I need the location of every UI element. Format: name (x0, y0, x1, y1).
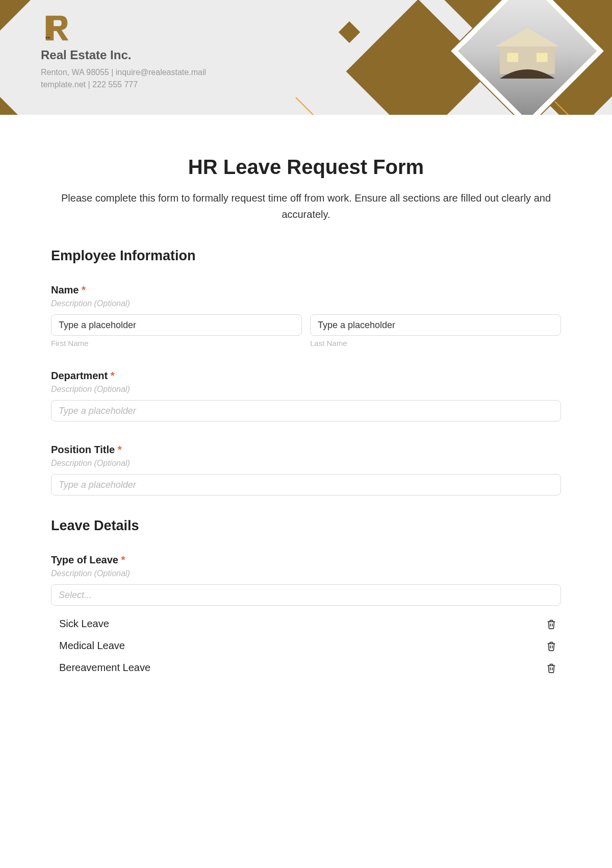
first-name-sublabel: First Name (51, 339, 302, 348)
svg-rect-1 (48, 37, 50, 38)
leave-type-options: Sick Leave Medical Leave Bereavement Lea… (51, 613, 561, 679)
label-text: Type of Leave (51, 554, 118, 565)
required-mark: * (111, 370, 115, 381)
company-name: Real Estate Inc. (41, 48, 206, 62)
position-input[interactable] (51, 474, 561, 495)
company-address-line: Renton, WA 98055 | inquire@realeastate.m… (41, 66, 206, 79)
field-position: Position Title * Description (Optional) (51, 444, 561, 495)
required-mark: * (118, 444, 122, 455)
field-description: Description (Optional) (51, 459, 561, 468)
page-description: Please complete this form to formally re… (51, 190, 561, 222)
letterhead: Real Estate Inc. Renton, WA 98055 | inqu… (0, 0, 612, 115)
first-name-input[interactable] (51, 314, 302, 336)
field-description: Description (Optional) (51, 569, 561, 578)
logo-block: Real Estate Inc. Renton, WA 98055 | inqu… (41, 13, 206, 91)
field-label: Department * (51, 370, 561, 382)
field-leave-type: Type of Leave * Description (Optional) S… (51, 554, 561, 679)
svg-rect-4 (537, 53, 548, 62)
section-leave-heading: Leave Details (51, 518, 561, 534)
field-description: Description (Optional) (51, 385, 561, 394)
label-text: Name (51, 284, 79, 295)
department-input[interactable] (51, 400, 561, 421)
option-label: Sick Leave (59, 618, 109, 630)
label-text: Position Title (51, 444, 115, 455)
option-medical-leave[interactable]: Medical Leave (51, 635, 561, 657)
corner-decoration (0, 97, 18, 115)
last-name-input[interactable] (310, 314, 561, 336)
trash-icon[interactable] (546, 618, 557, 630)
option-sick-leave[interactable]: Sick Leave (51, 613, 561, 635)
label-text: Department (51, 370, 108, 381)
required-mark: * (121, 554, 125, 565)
field-label: Type of Leave * (51, 554, 561, 566)
svg-marker-5 (495, 28, 559, 46)
svg-rect-3 (507, 53, 518, 62)
company-contact-line: template.net | 222 555 777 (41, 79, 206, 91)
last-name-sublabel: Last Name (310, 339, 561, 348)
field-department: Department * Description (Optional) (51, 370, 561, 421)
field-label: Name * (51, 284, 561, 296)
trash-icon[interactable] (546, 640, 557, 652)
hero-art (265, 0, 612, 115)
leave-type-select[interactable]: Select... (51, 584, 561, 606)
form-content: HR Leave Request Form Please complete th… (0, 115, 612, 705)
option-label: Bereavement Leave (59, 662, 150, 674)
select-placeholder: Select... (59, 590, 92, 601)
field-name: Name * Description (Optional) First Name… (51, 284, 561, 348)
svg-rect-0 (46, 37, 47, 38)
trash-icon[interactable] (546, 662, 557, 674)
page-title: HR Leave Request Form (51, 156, 561, 179)
option-label: Medical Leave (59, 640, 125, 652)
corner-decoration (0, 0, 31, 31)
section-employee-heading: Employee Information (51, 248, 561, 264)
option-bereavement-leave[interactable]: Bereavement Leave (51, 657, 561, 679)
field-label: Position Title * (51, 444, 561, 456)
field-description: Description (Optional) (51, 299, 561, 308)
required-mark: * (82, 284, 86, 295)
company-logo-icon (41, 13, 72, 43)
